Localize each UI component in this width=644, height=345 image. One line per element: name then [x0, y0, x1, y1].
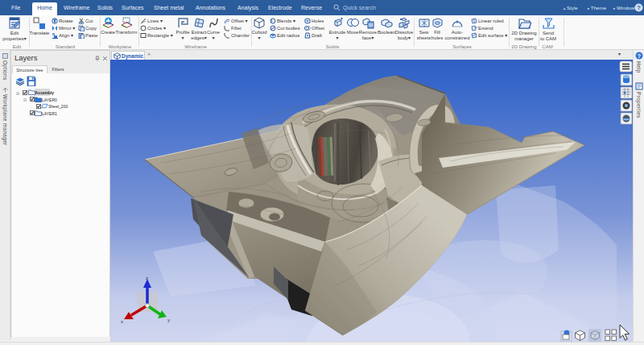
svg-text:z: z — [146, 276, 148, 281]
svg-text:x: x — [121, 319, 123, 324]
svg-text:?: ? — [638, 53, 641, 59]
svg-text:?: ? — [637, 4, 641, 11]
svg-text:y: y — [167, 318, 170, 322]
